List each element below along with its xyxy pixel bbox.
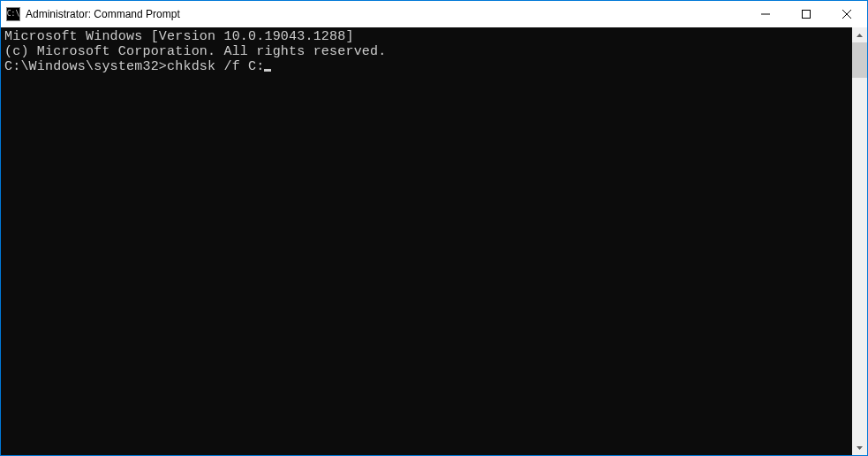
scrollbar-track[interactable] — [852, 42, 867, 440]
close-icon — [842, 10, 851, 19]
terminal-cursor — [264, 69, 271, 72]
client-area: Microsoft Windows [Version 10.0.19043.12… — [1, 27, 867, 455]
svg-rect-1 — [803, 11, 811, 19]
terminal-output-line: (c) Microsoft Corporation. All rights re… — [4, 44, 852, 59]
terminal-command-line: C:\Windows\system32>chkdsk /f C: — [4, 59, 852, 74]
chevron-up-icon — [857, 34, 863, 37]
chevron-down-icon — [857, 446, 863, 450]
terminal-area[interactable]: Microsoft Windows [Version 10.0.19043.12… — [1, 27, 852, 455]
vertical-scrollbar[interactable] — [852, 27, 867, 455]
minimize-button[interactable] — [745, 1, 786, 27]
close-button[interactable] — [826, 1, 867, 27]
app-icon-text: C:\ — [7, 11, 19, 18]
window-controls — [745, 1, 867, 27]
terminal-prompt: C:\Windows\system32> — [4, 59, 167, 74]
window-title: Administrator: Command Prompt — [26, 8, 180, 20]
svg-marker-4 — [857, 34, 863, 37]
app-icon: C:\ — [6, 7, 20, 21]
titlebar[interactable]: C:\ Administrator: Command Prompt — [1, 1, 867, 27]
maximize-icon — [802, 10, 811, 19]
scroll-down-button[interactable] — [852, 440, 867, 455]
maximize-button[interactable] — [786, 1, 826, 27]
scrollbar-thumb[interactable] — [852, 42, 867, 78]
terminal-output-line: Microsoft Windows [Version 10.0.19043.12… — [4, 29, 852, 44]
minimize-icon — [761, 10, 770, 19]
svg-marker-5 — [857, 446, 863, 450]
terminal-command-input[interactable]: chkdsk /f C: — [167, 59, 264, 74]
command-prompt-window: C:\ Administrator: Command Prompt Micros… — [1, 1, 867, 455]
scroll-up-button[interactable] — [852, 27, 867, 42]
